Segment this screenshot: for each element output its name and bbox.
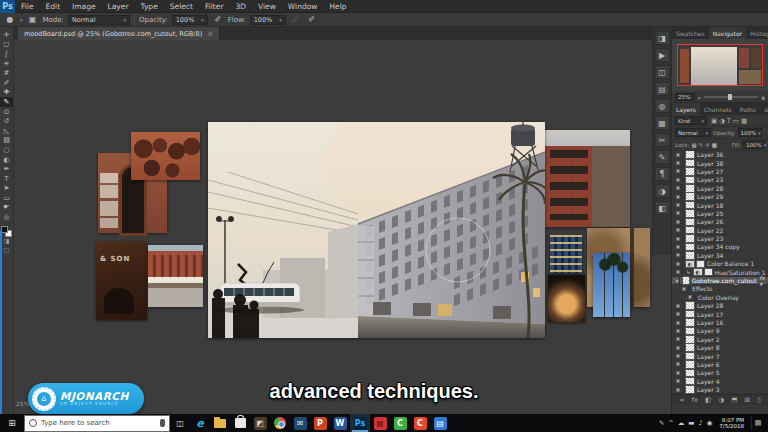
layer-thumbnail[interactable]: [686, 328, 694, 335]
layer-thumbnail[interactable]: [686, 210, 694, 217]
filter-adjustment-icon[interactable]: ◑: [719, 117, 725, 125]
lock-all-icon[interactable]: ■: [712, 142, 717, 148]
battery-icon[interactable]: ▬: [688, 419, 694, 427]
tab-navigator[interactable]: Navigator: [709, 27, 746, 39]
chrome-icon[interactable]: [270, 414, 290, 432]
layer-thumbnail[interactable]: [686, 219, 694, 226]
layer-row[interactable]: Layer 26: [672, 218, 768, 226]
history-brush-tool[interactable]: ↺: [0, 116, 13, 126]
blue-doc-app-icon[interactable]: ▤: [430, 414, 450, 432]
layer-thumbnail[interactable]: [686, 177, 694, 184]
file-explorer-icon[interactable]: [210, 414, 230, 432]
tab-layers[interactable]: Layers: [672, 103, 700, 115]
visibility-eye-icon[interactable]: [674, 243, 683, 250]
color-swatches[interactable]: [1, 226, 12, 237]
link-layers-icon[interactable]: ∞: [679, 396, 684, 404]
tab-paths[interactable]: Paths: [736, 103, 760, 115]
adjustments-panel-icon[interactable]: ◑: [655, 184, 670, 198]
paragraph-panel-icon[interactable]: ¶: [655, 167, 670, 181]
layer-mask-icon[interactable]: ◧: [705, 396, 711, 404]
menu-type[interactable]: Type: [135, 0, 164, 13]
moodboard-image-victorian-street[interactable]: [148, 245, 203, 307]
path-selection-tool[interactable]: ➤: [0, 184, 13, 194]
visibility-eye-icon[interactable]: [674, 168, 683, 175]
mode-select[interactable]: Normal▾: [68, 15, 130, 25]
green-c-app-icon[interactable]: C: [390, 414, 410, 432]
brush-settings-panel-icon[interactable]: ✎: [655, 150, 670, 164]
fill-select[interactable]: 100%▾: [743, 140, 765, 149]
layer-thumbnail[interactable]: [686, 361, 694, 368]
marquee-tool[interactable]: ◻: [0, 40, 13, 50]
layer-row[interactable]: Layer 4: [672, 378, 768, 386]
layer-comps-panel-icon[interactable]: ▤: [655, 82, 670, 96]
visibility-eye-icon[interactable]: [674, 185, 683, 192]
visibility-eye-icon[interactable]: [674, 227, 683, 234]
layer-row[interactable]: Layer 17: [672, 310, 768, 318]
task-view-icon[interactable]: ◫: [170, 414, 190, 432]
quick-selection-tool[interactable]: ✳: [0, 59, 13, 69]
taskbar-clock[interactable]: 8:07 PM 7/5/2018: [716, 417, 747, 430]
visibility-eye-icon[interactable]: [674, 319, 683, 326]
moodboard-image-rusty-valves[interactable]: [131, 132, 200, 180]
gradient-tool[interactable]: ▧: [0, 136, 13, 146]
moodboard-image-brick-building[interactable]: [545, 130, 630, 227]
visibility-eye-icon[interactable]: [674, 151, 683, 158]
shield-icon[interactable]: ◉: [707, 419, 713, 427]
scissors-panel-icon[interactable]: ✂: [655, 133, 670, 147]
actions-panel-icon[interactable]: ▶: [655, 48, 670, 62]
visibility-eye-icon[interactable]: [674, 160, 683, 167]
filter-kind-select[interactable]: Kind▾: [675, 116, 707, 125]
brush-preset-caret-icon[interactable]: ▾: [20, 17, 23, 23]
libraries-panel-icon[interactable]: ◨: [655, 31, 670, 45]
panel-menu-icon[interactable]: ≡: [760, 103, 768, 115]
layer-thumbnail[interactable]: [686, 353, 694, 360]
layer-row[interactable]: Layer 28: [672, 302, 768, 310]
red-c-app-icon[interactable]: C: [410, 414, 430, 432]
layer-row[interactable]: Layer 7: [672, 352, 768, 360]
layer-thumbnail[interactable]: [686, 319, 694, 326]
layer-row[interactable]: Layer 38: [672, 159, 768, 167]
visibility-eye-icon[interactable]: [674, 311, 683, 318]
layer-thumbnail[interactable]: [686, 193, 694, 200]
photos-icon[interactable]: ◩: [250, 414, 270, 432]
masks-panel-icon[interactable]: ◧: [655, 201, 670, 215]
new-group-icon[interactable]: ⬒: [731, 396, 737, 404]
layer-row[interactable]: Color Overlay: [672, 294, 768, 302]
layer-thumbnail[interactable]: [686, 378, 694, 385]
layer-row[interactable]: Layer 22: [672, 227, 768, 235]
adjustment-icon[interactable]: ◐: [694, 269, 702, 276]
layer-thumbnail[interactable]: [686, 302, 694, 309]
crop-tool[interactable]: #: [0, 68, 13, 78]
layer-row[interactable]: Layer 8: [672, 344, 768, 352]
pin-icon[interactable]: ✎: [659, 419, 664, 427]
navigator-zoom-value[interactable]: 25%: [675, 93, 695, 101]
layer-row[interactable]: Layer 34: [672, 252, 768, 260]
brush-preset-icon[interactable]: ●: [4, 15, 16, 24]
microphone-icon[interactable]: [160, 419, 165, 427]
layer-row[interactable]: Layer 6: [672, 361, 768, 369]
visibility-eye-icon[interactable]: [674, 277, 680, 284]
brush-panel-toggle-icon[interactable]: ▣: [27, 15, 39, 24]
layer-thumbnail[interactable]: [686, 311, 694, 318]
layer-thumbnail[interactable]: [686, 344, 694, 351]
moodboard-image-palms[interactable]: [593, 253, 630, 317]
layer-row[interactable]: Layer 18: [672, 201, 768, 209]
visibility-eye-icon[interactable]: [674, 269, 683, 276]
menu-image[interactable]: Image: [66, 0, 102, 13]
pen-tool[interactable]: ✒: [0, 164, 13, 174]
navigator-zoom-slider[interactable]: [704, 96, 759, 98]
layer-thumbnail[interactable]: [686, 336, 694, 343]
airbrush-icon[interactable]: ☄: [290, 15, 302, 24]
dodge-tool[interactable]: ◐: [0, 155, 13, 165]
layer-row[interactable]: Gobotree.com_cutoutfx ▾: [672, 277, 768, 285]
layer-row[interactable]: Layer 28: [672, 185, 768, 193]
moodboard-center-illustration[interactable]: [208, 122, 545, 338]
foreground-color-swatch[interactable]: [1, 226, 8, 233]
lock-transparent-icon[interactable]: ▦: [691, 142, 696, 148]
layer-thumbnail[interactable]: [686, 151, 694, 158]
lock-paint-icon[interactable]: ✎: [699, 142, 704, 148]
hand-tool[interactable]: ☛: [0, 203, 13, 213]
lock-move-icon[interactable]: ✛: [705, 142, 710, 148]
menu-select[interactable]: Select: [164, 0, 199, 13]
menu-window[interactable]: Window: [282, 0, 324, 13]
